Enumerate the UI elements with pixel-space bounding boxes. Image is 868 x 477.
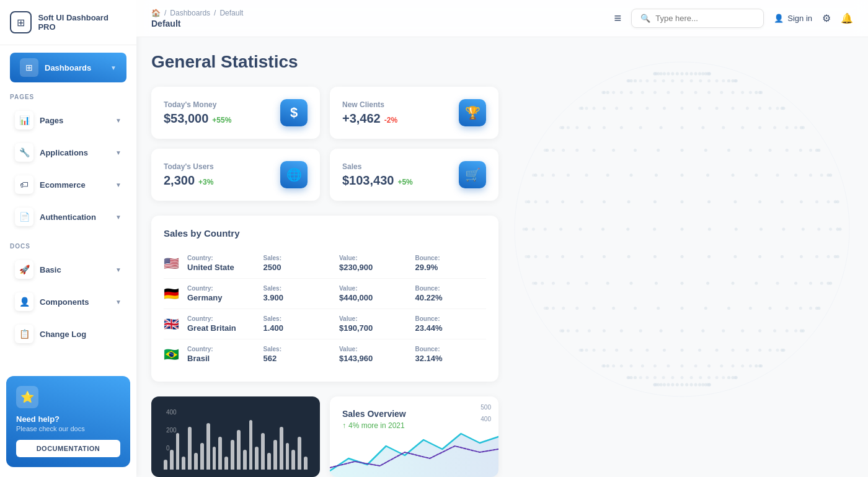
bell-icon[interactable]: 🔔 [841,12,853,24]
sidebar-item-components[interactable]: 👤 Components ▼ [5,287,131,317]
svg-point-177 [834,200,837,203]
flag-gb: 🇬🇧 [164,317,182,331]
svg-point-91 [769,107,772,110]
sidebar-item-basic[interactable]: 🚀 Basic ▼ [5,255,131,284]
svg-point-185 [681,200,684,203]
bar [298,437,301,470]
svg-point-291 [758,329,761,332]
svg-point-137 [769,149,772,152]
svg-point-303 [561,329,564,332]
svg-point-2 [707,72,711,75]
sidebar-item-dashboards[interactable]: ⊞ Dashboards ▼ [10,53,126,82]
svg-point-121 [639,126,642,129]
svg-point-260 [532,282,535,285]
svg-point-235 [546,255,549,258]
svg-point-14 [663,72,666,75]
col-label: Country: [187,315,259,322]
svg-point-32 [698,72,701,75]
svg-point-82 [601,91,604,94]
svg-point-30 [690,72,693,75]
svg-point-6 [698,72,701,75]
hamburger-icon[interactable]: ≡ [614,11,622,25]
bar [164,460,167,470]
svg-point-114 [773,126,776,129]
content-area: General Statistics Today's Money $53,000… [136,37,868,477]
svg-point-78 [620,91,623,94]
home-icon: 🏠 [151,9,161,17]
svg-point-10 [681,72,684,75]
svg-point-246 [794,282,797,285]
svg-point-322 [603,349,606,352]
svg-point-168 [567,173,570,177]
svg-point-201 [817,228,820,231]
sidebar-item-label: Change Log [40,330,86,339]
stat-value: 2,300 [164,173,195,188]
svg-point-306 [800,329,803,332]
sidebar-item-applications[interactable]: 🔧 Applications ▼ [5,138,131,167]
svg-point-111 [800,126,803,129]
svg-point-127 [561,126,564,129]
svg-point-405 [671,383,674,387]
svg-point-269 [769,307,772,310]
svg-point-261 [534,282,538,285]
svg-point-339 [681,364,684,367]
svg-point-162 [706,173,709,177]
section-title: Sales by Country [164,228,486,239]
svg-point-391 [671,383,674,387]
svg-point-133 [815,149,818,152]
bar [206,423,210,470]
svg-point-0 [515,62,849,396]
svg-point-221 [834,255,837,258]
svg-point-212 [559,228,562,231]
svg-point-375 [634,376,637,379]
svg-point-49 [662,79,665,82]
sidebar-item-ecommerce[interactable]: 🏷 Ecommerce ▼ [5,170,131,199]
svg-point-316 [698,349,701,352]
svg-point-190 [561,200,564,203]
settings-icon[interactable]: ⚙ [822,12,831,24]
country-name: United State [187,263,259,272]
svg-point-289 [786,329,789,332]
svg-point-152 [815,149,818,152]
svg-point-195 [527,200,530,203]
svg-point-147 [562,149,565,152]
bar [237,430,241,470]
sales-overview-card: Sales Overview ↑ 4% more in 2021 [330,396,498,477]
search-input[interactable] [655,14,755,23]
sidebar-item-changelog[interactable]: 📋 Change Log [5,319,131,349]
svg-point-25 [666,72,670,75]
svg-point-362 [690,376,693,379]
svg-point-398 [653,383,656,387]
sales-by-country-card: Sales by Country 🇺🇸 Country: United Stat… [151,216,498,382]
stat-value: +3,462 [342,112,381,126]
svg-point-176 [836,200,839,203]
svg-point-244 [820,282,823,285]
col-label: Value: [339,315,410,322]
docs-section-label: DOCS [0,233,136,253]
svg-point-33 [701,72,704,75]
table-row: 🇺🇸 Country: United State Sales: 2500 Val… [164,248,486,279]
col-label: Sales: [264,255,335,261]
svg-point-136 [786,149,789,152]
svg-point-22 [657,72,660,75]
svg-point-385 [698,383,701,387]
svg-point-69 [732,91,735,94]
documentation-button[interactable]: DOCUMENTATION [16,440,120,457]
svg-point-347 [603,364,606,367]
bar [273,440,277,470]
signin-button[interactable]: 👤 Sign in [774,14,812,23]
svg-point-281 [546,307,549,310]
svg-point-381 [707,383,711,387]
svg-point-271 [727,307,730,310]
svg-point-310 [776,349,779,352]
svg-point-397 [653,383,657,387]
sidebar-item-authentication[interactable]: 📄 Authentication ▼ [5,202,131,232]
svg-point-412 [701,383,704,387]
breadcrumb-dashboards[interactable]: Dashboards [170,9,210,17]
svg-point-301 [575,329,578,332]
bar [188,427,192,470]
sidebar-item-pages[interactable]: 📊 Pages ▼ [5,105,131,135]
money-value: $440,000 [339,293,410,302]
sales-value: 562 [264,354,335,363]
svg-point-94 [732,107,735,110]
